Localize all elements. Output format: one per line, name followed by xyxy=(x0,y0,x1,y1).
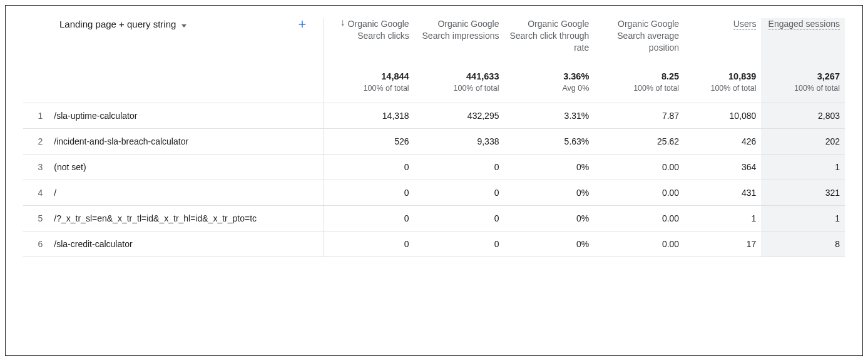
total-value: 3,267 xyxy=(766,71,840,81)
metric-cell: 0 xyxy=(324,206,414,231)
row-index: 2 xyxy=(23,129,54,155)
metric-cell: 25.62 xyxy=(594,129,684,155)
col-header-label: Engaged sessions xyxy=(768,19,840,30)
total-sub: 100% of total xyxy=(766,84,840,99)
col-header-impressions[interactable]: Organic Google Search impressions xyxy=(414,18,504,60)
total-clicks: 14,844 100% of total xyxy=(324,60,414,103)
total-value: 8.25 xyxy=(599,71,679,81)
total-impressions: 441,633 100% of total xyxy=(414,60,504,103)
col-header-label: Organic Google Search impressions xyxy=(422,19,499,41)
col-header-position[interactable]: Organic Google Search average position xyxy=(594,18,684,60)
metric-cell: 0 xyxy=(414,180,504,206)
landing-page-cell[interactable]: /sla-uptime-calculator xyxy=(54,103,324,129)
total-value: 441,633 xyxy=(419,71,499,81)
row-index: 1 xyxy=(23,103,54,129)
metric-cell: 9,338 xyxy=(414,129,504,155)
total-value: 3.36% xyxy=(509,71,589,81)
chevron-down-icon xyxy=(181,24,186,28)
total-position: 8.25 100% of total xyxy=(594,60,684,103)
total-users: 10,839 100% of total xyxy=(684,60,761,103)
metric-cell: 14,318 xyxy=(324,103,414,129)
landing-page-cell[interactable]: / xyxy=(54,180,324,206)
table-row[interactable]: 1/sla-uptime-calculator14,318432,2953.31… xyxy=(23,103,845,129)
total-ctr: 3.36% Avg 0% xyxy=(504,60,594,103)
metric-cell: 8 xyxy=(761,231,845,257)
col-header-label: Users xyxy=(733,19,757,30)
table-row[interactable]: 4/000%0.00431321 xyxy=(23,180,845,206)
table-row[interactable]: 6/sla-credit-calculator000%0.00178 xyxy=(23,231,845,257)
sort-desc-icon: ↓ xyxy=(340,18,345,27)
table-row[interactable]: 5/?_x_tr_sl=en&_x_tr_tl=id&_x_tr_hl=id&_… xyxy=(23,206,845,231)
metric-cell: 0% xyxy=(504,180,594,206)
metric-cell: 432,295 xyxy=(414,103,504,129)
total-sub: 100% of total xyxy=(329,84,409,99)
landing-page-cell[interactable]: /sla-credit-calculator xyxy=(54,231,324,257)
metric-cell: 0 xyxy=(324,155,414,180)
metric-cell: 364 xyxy=(684,155,761,180)
table-row[interactable]: 2/incident-and-sla-breach-calculator5269… xyxy=(23,129,845,155)
total-sub: Avg 0% xyxy=(509,84,589,99)
row-index: 4 xyxy=(23,180,54,206)
table-body: 1/sla-uptime-calculator14,318432,2953.31… xyxy=(23,103,845,257)
row-index: 6 xyxy=(23,231,54,257)
metric-cell: 17 xyxy=(684,231,761,257)
metric-cell: 0 xyxy=(414,206,504,231)
landing-page-cell[interactable]: /incident-and-sla-breach-calculator xyxy=(54,129,324,155)
metric-cell: 7.87 xyxy=(594,103,684,129)
metric-cell: 1 xyxy=(761,206,845,231)
col-header-label: Organic Google Search click through rate xyxy=(509,19,589,53)
metric-cell: 0% xyxy=(504,206,594,231)
col-header-label: Organic Google Search average position xyxy=(617,19,679,53)
metric-cell: 2,803 xyxy=(761,103,845,129)
landing-page-cell[interactable]: /?_x_tr_sl=en&_x_tr_tl=id&_x_tr_hl=id&_x… xyxy=(54,206,324,231)
metric-cell: 0% xyxy=(504,155,594,180)
metric-cell: 431 xyxy=(684,180,761,206)
col-header-engaged-sessions[interactable]: Engaged sessions xyxy=(761,18,845,60)
metric-cell: 0.00 xyxy=(594,155,684,180)
col-header-clicks[interactable]: ↓Organic Google Search clicks xyxy=(324,18,414,60)
metric-cell: 1 xyxy=(761,155,845,180)
table-row[interactable]: 3(not set)000%0.003641 xyxy=(23,155,845,180)
metric-cell: 0 xyxy=(414,155,504,180)
total-value: 14,844 xyxy=(329,71,409,81)
metric-cell: 0 xyxy=(324,180,414,206)
metric-cell: 0 xyxy=(414,231,504,257)
dimension-label: Landing page + query string xyxy=(59,19,176,29)
metric-cell: 526 xyxy=(324,129,414,155)
metric-cell: 0.00 xyxy=(594,206,684,231)
metric-cell: 0 xyxy=(324,231,414,257)
metric-cell: 321 xyxy=(761,180,845,206)
add-dimension-button[interactable]: + xyxy=(298,20,306,29)
metric-cell: 0% xyxy=(504,231,594,257)
dimension-selector[interactable]: Landing page + query string xyxy=(59,18,186,30)
col-header-ctr[interactable]: Organic Google Search click through rate xyxy=(504,18,594,60)
row-index: 3 xyxy=(23,155,54,180)
col-header-users[interactable]: Users xyxy=(684,18,761,60)
metric-cell: 10,080 xyxy=(684,103,761,129)
dimension-header: Landing page + query string + xyxy=(23,18,324,60)
total-engaged-sessions: 3,267 100% of total xyxy=(761,60,845,103)
metric-cell: 202 xyxy=(761,129,845,155)
total-sub: 100% of total xyxy=(689,84,756,99)
report-table: Landing page + query string + ↓Organic G… xyxy=(23,18,845,257)
metric-cell: 5.63% xyxy=(504,129,594,155)
total-sub: 100% of total xyxy=(419,84,499,99)
total-value: 10,839 xyxy=(689,71,756,81)
metric-cell: 3.31% xyxy=(504,103,594,129)
metric-cell: 0.00 xyxy=(594,231,684,257)
metric-cell: 426 xyxy=(684,129,761,155)
metric-cell: 0.00 xyxy=(594,180,684,206)
col-header-label: Organic Google Search clicks xyxy=(348,19,409,41)
total-sub: 100% of total xyxy=(599,84,679,99)
metric-cell: 1 xyxy=(684,206,761,231)
report-table-card: Landing page + query string + ↓Organic G… xyxy=(5,5,863,356)
landing-page-cell[interactable]: (not set) xyxy=(54,155,324,180)
row-index: 5 xyxy=(23,206,54,231)
